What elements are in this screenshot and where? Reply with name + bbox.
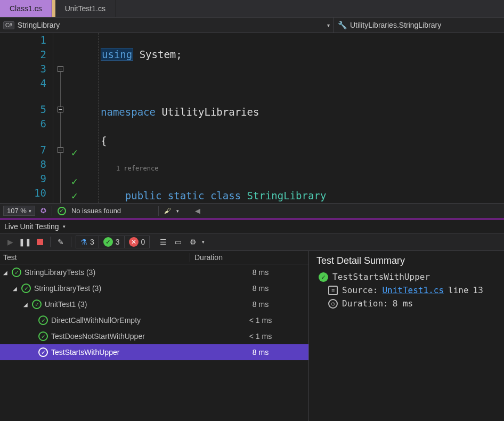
intellicode-icon[interactable]: ✪ bbox=[40, 207, 46, 215]
duration-label: Duration: bbox=[342, 298, 388, 309]
issues-label: No issues found bbox=[71, 207, 121, 215]
test-row-selected[interactable]: ✓ TestStartsWithUpper 8 ms bbox=[0, 344, 308, 360]
nav-bar: C# StringLibrary ▾ 🔧 UtilityLibraries.St… bbox=[0, 17, 504, 33]
gear-icon[interactable]: ⚙ bbox=[187, 236, 199, 248]
nav-member-label: UtilityLibraries.StringLibrary bbox=[350, 21, 441, 29]
line-number-gutter: 1 2 3 4 5 6 7 8 9 10 11 12 bbox=[0, 33, 53, 203]
fold-toggle[interactable]: − bbox=[58, 147, 63, 153]
detail-test-name: TestStartsWithUpper bbox=[332, 272, 430, 282]
live-unit-testing-header: Live Unit Testing ▾ bbox=[0, 220, 504, 233]
arrow-left-icon[interactable]: ◀ bbox=[195, 207, 200, 215]
test-group-row[interactable]: ◢ ✓ UnitTest1 (3) 8 ms bbox=[0, 296, 308, 312]
zoom-dropdown[interactable]: 107 %▾ bbox=[3, 206, 35, 216]
edit-icon[interactable]: ✎ bbox=[55, 236, 67, 248]
fold-toggle[interactable]: − bbox=[58, 66, 63, 72]
source-label: Source: bbox=[342, 285, 378, 295]
nav-scope-label: StringLibrary bbox=[18, 21, 60, 29]
passed-tests-pill[interactable]: ✓ 3 bbox=[99, 236, 125, 248]
check-icon: ✓ bbox=[71, 145, 77, 160]
total-tests-pill[interactable]: ⚗ 3 bbox=[76, 236, 99, 248]
pass-icon: ✓ bbox=[38, 315, 48, 325]
test-group-row[interactable]: ◢ ✓ StringLibraryTest (3) 8 ms bbox=[0, 280, 308, 296]
nav-member-dropdown[interactable]: 🔧 UtilityLibraries.StringLibrary bbox=[334, 18, 504, 33]
code-editor[interactable]: 1 2 3 4 5 6 7 8 9 10 11 12 − − − ✓ ✓ ✓ ✓… bbox=[0, 33, 504, 203]
clock-icon: ◷ bbox=[328, 299, 338, 309]
tab-unittest1[interactable]: UnitTest1.cs bbox=[55, 0, 116, 17]
chevron-down-icon[interactable]: ▾ bbox=[202, 239, 205, 245]
test-tree: ◢ ✓ StringLibraryTests (3) 8 ms ◢ ✓ Stri… bbox=[0, 264, 308, 421]
expander-icon[interactable]: ◢ bbox=[3, 270, 10, 276]
expander-icon[interactable]: ◢ bbox=[13, 286, 19, 292]
check-circle-icon: ✓ bbox=[103, 237, 113, 247]
pass-icon: ✓ bbox=[12, 268, 21, 277]
paintbrush-icon[interactable]: 🖌 bbox=[164, 207, 171, 215]
pass-icon: ✓ bbox=[21, 284, 31, 293]
lut-toolbar: ▶ ❚❚ ✎ ⚗ 3 ✓ 3 ✕ 0 ☰ ▭ ⚙ ▾ bbox=[0, 233, 504, 251]
code-content[interactable]: using System; namespace UtilityLibraries… bbox=[99, 33, 504, 203]
flask-icon: ⚗ bbox=[80, 238, 87, 246]
failed-tests-pill[interactable]: ✕ 0 bbox=[125, 236, 150, 248]
play-button[interactable]: ▶ bbox=[4, 236, 16, 248]
fold-toggle[interactable]: − bbox=[58, 107, 63, 112]
test-detail-panel: Test Detail Summary ✓ TestStartsWithUppe… bbox=[309, 251, 504, 421]
wrench-icon: 🔧 bbox=[338, 21, 347, 29]
fold-margin: − − − ✓ ✓ ✓ ✓ bbox=[53, 33, 99, 203]
test-columns-header: Test Duration bbox=[0, 251, 308, 264]
chevron-down-icon[interactable]: ▾ bbox=[176, 208, 179, 214]
check-icon: ✓ bbox=[71, 189, 77, 203]
nav-scope-dropdown[interactable]: C# StringLibrary ▾ bbox=[0, 18, 334, 33]
test-count-pills: ⚗ 3 ✓ 3 ✕ 0 bbox=[76, 236, 150, 248]
detail-title: Test Detail Summary bbox=[316, 255, 497, 266]
tab-class1[interactable]: Class1.cs bbox=[0, 0, 52, 17]
test-group-row[interactable]: ◢ ✓ StringLibraryTests (3) 8 ms bbox=[0, 264, 308, 280]
list-view-icon[interactable]: ☰ bbox=[157, 236, 169, 248]
expander-icon[interactable]: ◢ bbox=[23, 302, 30, 307]
chevron-down-icon[interactable]: ▾ bbox=[63, 224, 66, 229]
duration-value: 8 ms bbox=[393, 298, 413, 309]
source-line-number: 13 bbox=[473, 285, 483, 295]
pass-icon: ✓ bbox=[32, 299, 42, 309]
test-row[interactable]: ✓ DirectCallWithNullOrEmpty < 1 ms bbox=[0, 312, 308, 328]
file-icon: ≡ bbox=[328, 286, 338, 295]
source-file-link[interactable]: UnitTest1.cs bbox=[382, 285, 444, 295]
pause-button[interactable]: ❚❚ bbox=[19, 236, 31, 248]
check-circle-icon: ✓ bbox=[319, 272, 328, 282]
layout-icon[interactable]: ▭ bbox=[172, 236, 184, 248]
column-test[interactable]: Test bbox=[3, 253, 190, 262]
file-tabs: Class1.cs UnitTest1.cs bbox=[0, 0, 504, 17]
chevron-down-icon: ▾ bbox=[327, 22, 330, 28]
test-row[interactable]: ✓ TestDoesNotStartWithUpper < 1 ms bbox=[0, 328, 308, 344]
source-line-label: line bbox=[448, 285, 469, 295]
column-duration[interactable]: Duration bbox=[190, 253, 305, 262]
editor-status-bar: 107 %▾ ✪ ✓ No issues found 🖌 ▾ ◀ bbox=[0, 203, 504, 218]
test-tree-panel: Test Duration ◢ ✓ StringLibraryTests (3)… bbox=[0, 251, 309, 421]
pass-icon: ✓ bbox=[38, 331, 48, 341]
stop-button[interactable] bbox=[34, 236, 46, 248]
csharp-badge-icon: C# bbox=[3, 21, 14, 29]
check-circle-icon: ✓ bbox=[58, 207, 66, 215]
pass-icon: ✓ bbox=[38, 347, 48, 357]
check-icon: ✓ bbox=[71, 174, 77, 189]
x-circle-icon: ✕ bbox=[129, 237, 139, 247]
lut-body: Test Duration ◢ ✓ StringLibraryTests (3)… bbox=[0, 251, 504, 421]
